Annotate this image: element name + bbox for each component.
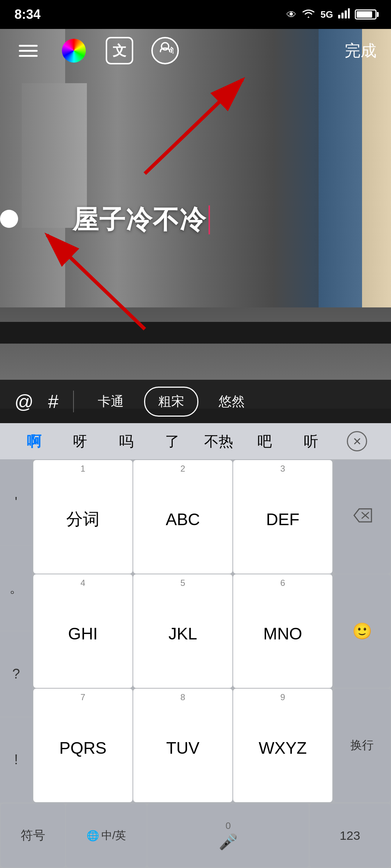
status-bar: 8:34 👁 5G	[0, 0, 391, 29]
prediction-ting[interactable]: 听	[288, 428, 334, 455]
svg-rect-3	[348, 8, 350, 18]
prediction-le[interactable]: 了	[150, 428, 196, 455]
nums-label: 123	[340, 829, 360, 843]
key-8-tuv[interactable]: 8 TUV	[133, 689, 232, 802]
white-circle	[0, 210, 18, 228]
symbols-label: 符号	[21, 827, 45, 844]
font-bar: @ # 卡通 粗宋 悠然	[0, 380, 391, 423]
color-wheel-icon	[62, 39, 86, 63]
key-space[interactable]: 0 🎤	[147, 804, 309, 867]
prediction-delete[interactable]: ✕	[334, 427, 381, 455]
key-symbols[interactable]: 符号	[1, 804, 65, 867]
lang-globe-icon: 🌐	[87, 830, 99, 842]
key-grid: 1 分词 2 ABC 3 DEF 4 GHI 5 JKL 6 MNO	[33, 459, 333, 803]
key-1[interactable]: 1 分词	[33, 460, 133, 574]
keyboard-main: ' 。 ? ! 1 分词 2 ABC 3 DEF 4 GHI	[0, 459, 391, 803]
svg-rect-1	[341, 13, 344, 18]
overlay-text: 屋子冷不冷	[72, 203, 206, 237]
svg-rect-2	[345, 10, 347, 18]
prediction-bure[interactable]: 不热	[196, 428, 242, 455]
wifi-icon	[302, 8, 315, 21]
toolbar: 文 完成	[0, 33, 391, 69]
key-backspace[interactable]	[334, 460, 390, 574]
text-cursor	[209, 205, 210, 234]
signal-icon	[338, 8, 350, 21]
key-question[interactable]: ?	[0, 631, 32, 717]
keyboard-bottom: 符号 🌐 中/英 0 🎤 123	[0, 803, 391, 868]
text-style-button[interactable]: 文	[106, 37, 133, 64]
keyboard: ' 。 ? ! 1 分词 2 ABC 3 DEF 4 GHI	[0, 459, 391, 868]
backspace-icon	[351, 507, 373, 527]
key-6-mno[interactable]: 6 MNO	[233, 574, 332, 688]
key-2-abc[interactable]: 2 ABC	[133, 460, 232, 574]
key-5-jkl[interactable]: 5 JKL	[133, 574, 232, 688]
battery-icon	[355, 9, 377, 20]
space-num: 0	[226, 820, 231, 831]
prediction-a[interactable]: 啊	[11, 428, 57, 455]
text-icon: 文	[113, 42, 126, 60]
voice-head-icon	[157, 41, 173, 61]
voice-button[interactable]	[151, 37, 179, 64]
svg-rect-0	[338, 15, 340, 18]
key-language[interactable]: 🌐 中/英	[66, 804, 147, 867]
status-time: 8:34	[14, 7, 41, 22]
font-cartoon[interactable]: 卡通	[85, 388, 137, 416]
key-emoji[interactable]: 🙂	[334, 574, 390, 688]
action-keys-column: 🙂 换行	[333, 459, 391, 803]
mic-icon: 🎤	[219, 833, 237, 851]
lang-label: 中/英	[101, 828, 126, 843]
hamburger-icon	[19, 45, 38, 57]
done-button[interactable]: 完成	[345, 40, 377, 61]
key-3-def[interactable]: 3 DEF	[233, 460, 332, 574]
newline-label: 换行	[350, 737, 374, 753]
key-period[interactable]: 。	[0, 545, 32, 631]
color-button[interactable]	[60, 37, 88, 64]
prediction-ba[interactable]: 吧	[242, 428, 288, 455]
at-button[interactable]: @	[11, 391, 37, 412]
eye-icon: 👁	[286, 9, 297, 21]
key-nums[interactable]: 123	[310, 804, 390, 867]
font-youran[interactable]: 悠然	[206, 388, 258, 416]
5g-icon: 5G	[320, 9, 333, 20]
key-9-wxyz[interactable]: 9 WXYZ	[233, 689, 332, 802]
text-overlay[interactable]: 屋子冷不冷	[72, 203, 210, 237]
key-exclaim[interactable]: !	[0, 717, 32, 803]
prediction-ma[interactable]: 吗	[103, 428, 150, 455]
prediction-bar: 啊 呀 吗 了 不热 吧 听 ✕	[0, 423, 391, 459]
prediction-ya[interactable]: 呀	[57, 428, 104, 455]
key-7-pqrs[interactable]: 7 PQRS	[33, 689, 133, 802]
delete-circle-icon: ✕	[347, 431, 367, 451]
room-dark-strip	[0, 322, 391, 344]
menu-button[interactable]	[14, 37, 42, 64]
photo-area: 屋子冷不冷	[0, 29, 391, 409]
font-bar-divider	[73, 391, 74, 412]
key-4-ghi[interactable]: 4 GHI	[33, 574, 133, 688]
status-icons: 👁 5G	[286, 8, 377, 21]
font-cusong[interactable]: 粗宋	[144, 387, 198, 417]
key-newline[interactable]: 换行	[334, 689, 390, 802]
key-comma[interactable]: '	[0, 459, 32, 545]
special-keys-column: ' 。 ? !	[0, 459, 33, 803]
hash-button[interactable]: #	[45, 391, 62, 412]
emoji-icon: 🙂	[352, 622, 372, 641]
